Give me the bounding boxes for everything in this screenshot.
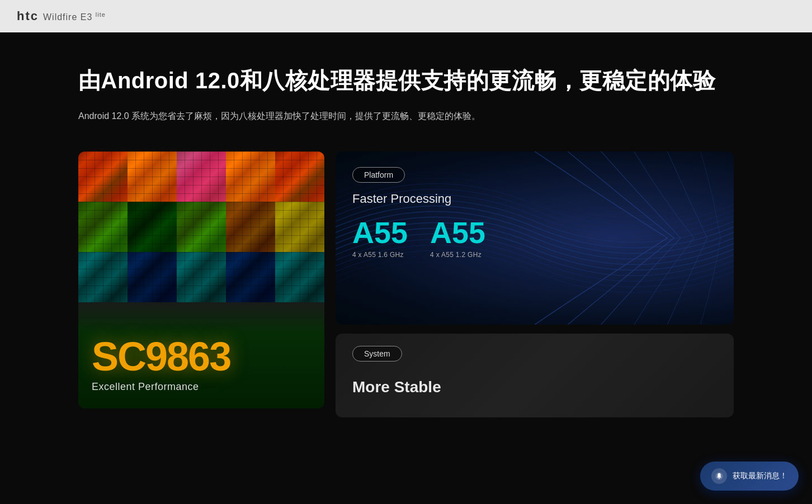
faster-processing-label: Faster Processing: [352, 192, 717, 206]
product-name: Wildfire E3 lite: [43, 11, 106, 22]
platform-card: Platform Faster Processing A55 4 x A55 1…: [336, 151, 734, 325]
notification-label: 获取最新消息！: [733, 471, 787, 481]
chip-image: [78, 151, 324, 302]
chip-section-11: [78, 252, 128, 302]
chip-section-8: [177, 202, 226, 252]
chip-section-5: [275, 151, 324, 202]
chip-section-13: [177, 252, 226, 302]
chip-section-2: [128, 151, 177, 202]
cpu1-detail: 4 x A55 1.6 GHz: [352, 251, 408, 259]
chip-section-4: [226, 151, 275, 202]
chip-section-7: [128, 202, 177, 252]
cpu2-detail: 4 x A55 1.2 GHz: [430, 251, 485, 259]
chip-section-15: [275, 252, 324, 302]
chip-section-6: [78, 202, 128, 252]
cpu-row: A55 4 x A55 1.6 GHz A55 4 x A55 1.2 GHz: [352, 217, 717, 259]
system-badge: System: [352, 346, 402, 362]
notification-button[interactable]: 获取最新消息！: [700, 462, 799, 491]
main-content: 由Android 12.0和八核处理器提供支持的更流畅，更稳定的体验 Andro…: [0, 32, 812, 504]
cpu-spec-2: A55 4 x A55 1.2 GHz: [430, 217, 485, 259]
right-column: Platform Faster Processing A55 4 x A55 1…: [336, 151, 734, 417]
logo: htc Wildfire E3 lite: [17, 9, 106, 23]
chip-tagline: Excellent Performance: [92, 381, 311, 393]
platform-content: Platform Faster Processing A55 4 x A55 1…: [336, 151, 734, 274]
chip-section-12: [128, 252, 177, 302]
chip-bottom: SC9863 Excellent Performance: [78, 301, 324, 408]
header: htc Wildfire E3 lite: [0, 0, 812, 32]
cpu2-model: A55: [430, 217, 485, 248]
chip-section-1: [78, 151, 128, 202]
chip-row-2: [78, 202, 324, 252]
platform-badge: Platform: [352, 167, 405, 183]
system-content: System More Stable: [336, 334, 734, 408]
system-card: System More Stable: [336, 334, 734, 417]
chip-row-3: [78, 252, 324, 302]
chip-section-3: [177, 151, 226, 202]
chip-model: SC9863: [92, 336, 311, 377]
notification-icon: [711, 468, 727, 484]
svg-point-1: [719, 478, 720, 479]
brand-name: htc: [17, 9, 39, 23]
cpu-spec-1: A55 4 x A55 1.6 GHz: [352, 217, 408, 259]
hero-title: 由Android 12.0和八核处理器提供支持的更流畅，更稳定的体验: [78, 66, 734, 95]
chip-section-9: [226, 202, 275, 252]
cpu1-model: A55: [352, 217, 408, 248]
chip-section-14: [226, 252, 275, 302]
chip-card: SC9863 Excellent Performance: [78, 151, 324, 408]
chip-section-10: [275, 202, 324, 252]
chip-row-1: [78, 151, 324, 202]
more-stable-label: More Stable: [352, 378, 717, 396]
chip-visual-bg: [78, 151, 324, 302]
hero-subtitle: Android 12.0 系统为您省去了麻烦，因为八核处理器加快了处理时间，提供…: [78, 108, 582, 123]
cards-row: SC9863 Excellent Performance: [78, 151, 734, 417]
